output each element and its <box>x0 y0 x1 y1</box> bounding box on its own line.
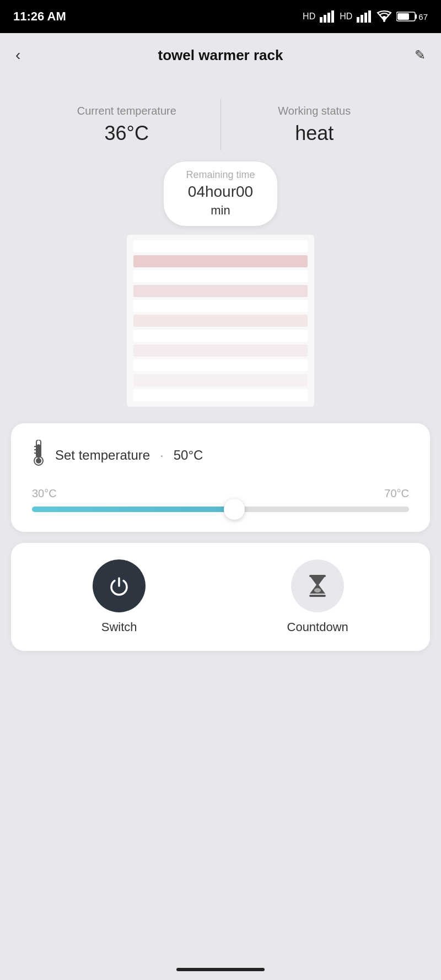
temp-card-header: Set temperature · 50°C <box>30 440 411 471</box>
rack-bar-3 <box>133 300 308 312</box>
rack-bar-5 <box>133 359 308 371</box>
temp-card-title: Set temperature <box>55 448 150 463</box>
header: ‹ towel warmer rack ✎ <box>0 33 441 77</box>
temperature-slider-container: 30°C 70°C <box>30 487 411 512</box>
rack-bar-warm-1 <box>133 255 308 267</box>
edit-button[interactable]: ✎ <box>415 47 426 63</box>
svg-rect-11 <box>397 13 409 20</box>
remaining-time-label: Remaining time <box>186 169 255 181</box>
current-temp-label: Current temperature <box>44 105 209 117</box>
battery-icon: 67 <box>396 11 428 22</box>
remaining-time-bubble: Remaining time 04hour00 min <box>164 161 277 226</box>
working-status-value: heat <box>232 122 397 145</box>
current-temp-value: 36°C <box>44 122 209 145</box>
rack-bar-4 <box>133 330 308 342</box>
rack-bar-2 <box>133 270 308 282</box>
hourglass-icon <box>306 574 329 598</box>
svg-rect-2 <box>327 13 330 23</box>
svg-rect-0 <box>320 17 322 23</box>
controls-card: Switch Countdown <box>11 543 430 651</box>
svg-rect-10 <box>415 14 417 19</box>
temp-set-value: 50°C <box>174 448 203 463</box>
rack-bar-warm-2 <box>133 285 308 297</box>
svg-rect-16 <box>37 444 40 457</box>
rack-bar-warm-3 <box>133 315 308 327</box>
signal-bars-1 <box>320 10 335 23</box>
svg-point-18 <box>36 458 41 464</box>
switch-label: Switch <box>101 620 137 634</box>
slider-min-label: 30°C <box>32 487 57 500</box>
temperature-card: Set temperature · 50°C 30°C 70°C <box>11 423 430 532</box>
working-status-stat: Working status heat <box>221 99 408 150</box>
svg-point-21 <box>314 588 321 593</box>
svg-rect-20 <box>309 595 326 597</box>
wifi-icon <box>377 10 392 23</box>
battery-percent: 67 <box>418 12 428 21</box>
slider-thumb[interactable] <box>224 499 245 520</box>
svg-rect-7 <box>368 10 371 23</box>
status-icons: HD HD 67 <box>303 10 428 23</box>
towel-rack-visual <box>127 235 314 407</box>
temperature-slider[interactable] <box>32 507 409 512</box>
slider-labels: 30°C 70°C <box>32 487 409 500</box>
rack-bar-6 <box>133 389 308 401</box>
thermometer-icon <box>30 440 47 471</box>
rack-bar-warm-4 <box>133 344 308 357</box>
rack-bar-warm-5 <box>133 374 308 386</box>
status-bar: 11:26 AM HD HD 67 <box>0 0 441 33</box>
working-status-label: Working status <box>232 105 397 117</box>
svg-rect-3 <box>331 10 334 23</box>
svg-rect-6 <box>364 13 367 23</box>
remaining-time-value: 04hour00 min <box>186 183 255 218</box>
signal-bars-2 <box>357 10 372 23</box>
bottom-spacer <box>0 667 441 778</box>
signal-icon-1: HD <box>303 12 315 21</box>
rack-bar-1 <box>133 240 308 252</box>
current-temp-stat: Current temperature 36°C <box>33 99 221 150</box>
signal-icon-2: HD <box>340 12 352 21</box>
svg-rect-19 <box>309 575 326 577</box>
svg-rect-5 <box>361 15 363 23</box>
svg-point-8 <box>383 20 385 22</box>
home-indicator <box>176 968 265 971</box>
countdown-label: Countdown <box>287 620 348 634</box>
temp-dot: · <box>160 448 164 463</box>
stats-section: Current temperature 36°C Working status … <box>33 99 408 150</box>
svg-rect-1 <box>324 15 326 23</box>
switch-icon-circle[interactable] <box>93 559 146 612</box>
status-time: 11:26 AM <box>13 9 66 24</box>
remaining-time-container: Remaining time 04hour00 min <box>0 161 441 226</box>
countdown-icon-circle[interactable] <box>291 559 344 612</box>
page-title: towel warmer rack <box>158 47 283 64</box>
svg-rect-4 <box>357 17 359 23</box>
slider-fill <box>32 507 228 512</box>
power-icon <box>107 574 131 598</box>
back-button[interactable]: ‹ <box>15 46 20 64</box>
slider-max-label: 70°C <box>384 487 409 500</box>
switch-control[interactable]: Switch <box>93 559 146 634</box>
countdown-control[interactable]: Countdown <box>287 559 348 634</box>
